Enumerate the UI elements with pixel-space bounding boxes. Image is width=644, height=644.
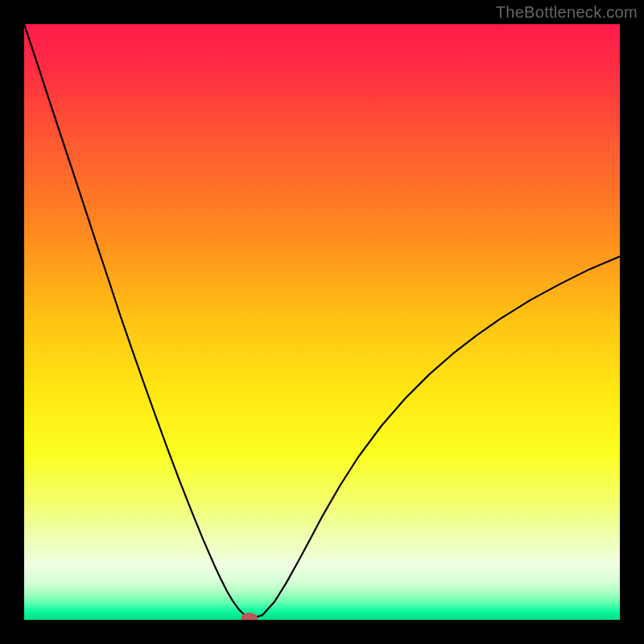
gradient-background	[24, 24, 620, 620]
chart-frame: TheBottleneck.com	[0, 0, 644, 644]
watermark-text: TheBottleneck.com	[496, 3, 638, 22]
plot-area	[24, 24, 620, 620]
bottleneck-chart	[24, 24, 620, 620]
